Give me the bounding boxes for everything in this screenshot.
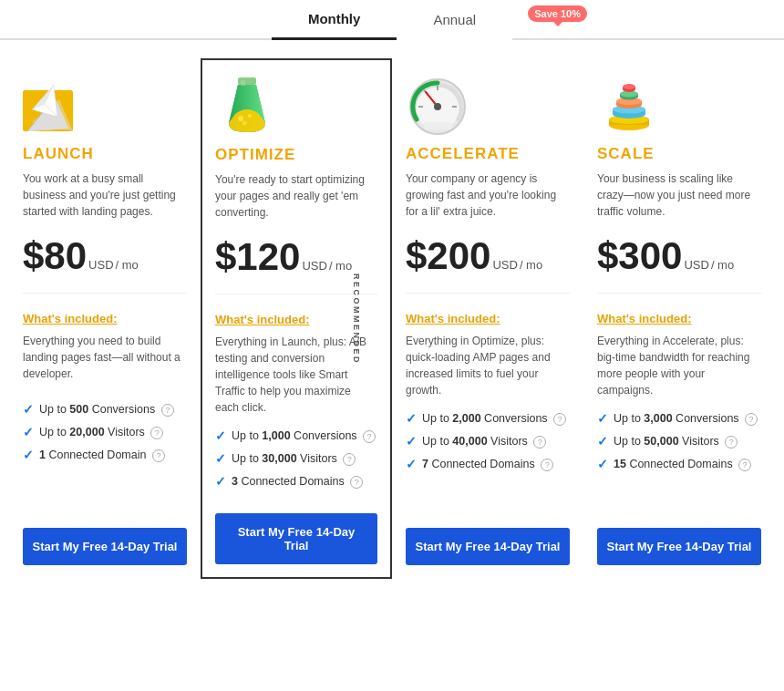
price-amount: 300	[618, 234, 682, 278]
feature-text: Up to 20,000 Visitors ?	[39, 426, 163, 439]
price-amount: 80	[44, 234, 87, 278]
feature-item: ✓ Up to 1,000 Conversions ?	[215, 428, 377, 443]
plan-card-launch: LAUNCH You work at a busy small business…	[9, 58, 201, 579]
help-icon[interactable]: ?	[533, 436, 546, 449]
feature-item: ✓ 7 Connected Domains ?	[406, 457, 570, 471]
plan-price: $ 200 USD / mo	[406, 234, 570, 294]
feature-text: Up to 1,000 Conversions ?	[232, 429, 376, 443]
help-icon[interactable]: ?	[725, 436, 738, 449]
help-icon[interactable]: ?	[363, 430, 376, 443]
check-icon: ✓	[23, 448, 34, 462]
svg-rect-22	[424, 122, 451, 129]
included-desc: Everything in Accelerate, plus: big-time…	[597, 333, 761, 398]
help-icon[interactable]: ?	[161, 404, 174, 417]
svg-point-10	[238, 116, 243, 121]
plan-icon-launch	[23, 72, 87, 136]
plan-name: SCALE	[597, 145, 761, 163]
feature-item: ✓ Up to 40,000 Visitors ?	[406, 434, 570, 449]
included-desc: Everything in Optimize, plus: quick-load…	[406, 333, 570, 398]
help-icon[interactable]: ?	[343, 453, 356, 466]
check-icon: ✓	[23, 425, 34, 439]
feature-list: ✓ Up to 1,000 Conversions ? ✓ Up to 30,0…	[215, 428, 377, 497]
plan-price: $ 80 USD / mo	[23, 234, 187, 294]
check-icon: ✓	[597, 434, 608, 449]
help-icon[interactable]: ?	[738, 459, 751, 471]
price-amount: 200	[427, 234, 490, 278]
price-period: / mo	[116, 258, 139, 272]
plan-card-accelerate: ACCELERATE Your company or agency is gro…	[392, 58, 583, 579]
plan-name: ACCELERATE	[406, 145, 570, 163]
plan-desc: You're ready to start optimizing your pa…	[215, 171, 377, 221]
tab-annual[interactable]: Annual	[397, 0, 512, 40]
check-icon: ✓	[23, 402, 34, 417]
plan-desc: Your company or agency is growing fast a…	[406, 170, 570, 220]
check-icon: ✓	[597, 411, 608, 426]
price-period: / mo	[329, 259, 352, 273]
check-icon: ✓	[597, 457, 608, 471]
price-currency: USD	[684, 258, 708, 272]
plan-name-text: OPTIMIZE	[215, 146, 295, 163]
help-icon[interactable]: ?	[350, 476, 363, 489]
feature-text: 7 Connected Domains ?	[422, 458, 553, 471]
help-icon[interactable]: ?	[541, 459, 553, 471]
plan-card-optimize: RECOMMENDED OPTIMIZE	[201, 58, 392, 579]
price-period: / mo	[711, 258, 734, 272]
check-icon: ✓	[215, 428, 226, 443]
cta-button[interactable]: Start My Free 14-Day Trial	[406, 528, 570, 565]
help-icon[interactable]: ?	[150, 427, 163, 439]
plan-icon-accelerate	[406, 72, 469, 136]
plan-icon-scale	[597, 72, 661, 136]
svg-point-12	[242, 121, 247, 126]
feature-text: 15 Connected Domains ?	[614, 458, 751, 471]
plans-grid: LAUNCH You work at a busy small business…	[0, 40, 784, 588]
plan-name: LAUNCH	[23, 145, 187, 163]
included-desc: Everything you need to build landing pag…	[23, 333, 187, 389]
svg-point-21	[434, 103, 441, 110]
feature-text: Up to 3,000 Conversions ?	[614, 412, 758, 426]
feature-list: ✓ Up to 500 Conversions ? ✓ Up to 20,000…	[23, 402, 187, 511]
plan-desc: You work at a busy small business and yo…	[23, 170, 187, 220]
plan-name: OPTIMIZE	[215, 146, 377, 164]
plan-name-text: SCALE	[597, 145, 655, 162]
feature-item: ✓ Up to 20,000 Visitors ?	[23, 425, 187, 439]
feature-item: ✓ Up to 2,000 Conversions ?	[406, 411, 570, 426]
price-dollar-sign: $	[597, 234, 618, 278]
tab-monthly[interactable]: Monthly	[272, 0, 397, 40]
plan-desc: Your business is scaling like crazy—now …	[597, 170, 761, 220]
help-icon[interactable]: ?	[745, 413, 758, 426]
cta-button[interactable]: Start My Free 14-Day Trial	[215, 513, 377, 564]
tab-switcher: Monthly Annual Save 10%	[0, 0, 784, 40]
cta-button[interactable]: Start My Free 14-Day Trial	[23, 528, 187, 565]
feature-text: 3 Connected Domains ?	[232, 475, 363, 489]
cta-button[interactable]: Start My Free 14-Day Trial	[597, 528, 761, 565]
check-icon: ✓	[215, 474, 226, 489]
plan-name-text: LAUNCH	[23, 145, 94, 162]
feature-item: ✓ Up to 30,000 Visitors ?	[215, 451, 377, 466]
price-period: / mo	[520, 258, 542, 272]
check-icon: ✓	[406, 434, 417, 449]
feature-text: Up to 2,000 Conversions ?	[422, 412, 566, 426]
check-icon: ✓	[215, 451, 226, 466]
whats-included-label: What's included:	[406, 312, 570, 325]
svg-point-11	[248, 114, 252, 118]
svg-rect-13	[241, 80, 245, 86]
whats-included-label: What's included:	[23, 312, 187, 325]
price-currency: USD	[88, 258, 113, 272]
feature-text: 1 Connected Domain ?	[39, 449, 165, 462]
price-dollar-sign: $	[215, 235, 236, 279]
price-dollar-sign: $	[406, 234, 427, 278]
feature-item: ✓ 1 Connected Domain ?	[23, 448, 187, 462]
price-dollar-sign: $	[23, 234, 44, 278]
feature-list: ✓ Up to 3,000 Conversions ? ✓ Up to 50,0…	[597, 411, 761, 511]
recommended-label: RECOMMENDED	[352, 273, 361, 364]
plan-price: $ 300 USD / mo	[597, 234, 761, 294]
feature-list: ✓ Up to 2,000 Conversions ? ✓ Up to 40,0…	[406, 411, 570, 511]
feature-text: Up to 30,000 Visitors ?	[232, 452, 356, 466]
plan-name-text: ACCELERATE	[406, 145, 520, 162]
help-icon[interactable]: ?	[553, 413, 566, 426]
help-icon[interactable]: ?	[152, 449, 165, 462]
whats-included-label: What's included:	[597, 312, 761, 325]
feature-text: Up to 500 Conversions ?	[39, 403, 174, 417]
price-currency: USD	[492, 258, 517, 272]
plan-card-scale: SCALE Your business is scaling like craz…	[583, 58, 775, 579]
